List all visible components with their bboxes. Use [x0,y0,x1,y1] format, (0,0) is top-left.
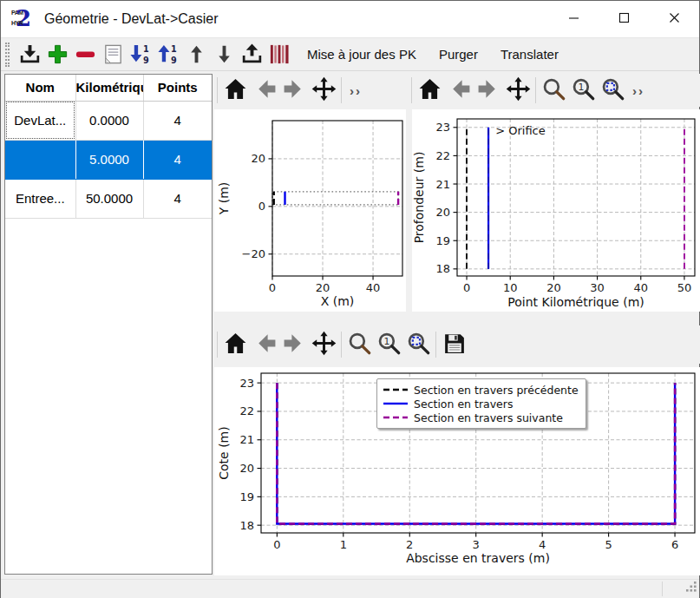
zoom-button[interactable] [344,331,374,358]
status-bar [1,579,699,598]
x-tick-label: 1 [340,538,347,551]
toolbar-separator [341,332,342,358]
y-tick-label: −20 [242,247,265,260]
y-tick-label: 22 [239,404,254,417]
x-tick-label: 20 [546,281,561,294]
table-row[interactable]: DevLat...0.00004 [5,101,212,140]
profile-chart: > Orifice01020304050181920212223Point Ki… [412,109,700,312]
table-cell[interactable] [5,140,75,179]
table-row[interactable]: 5.00004 [5,140,212,179]
table-cell[interactable]: 4 [143,101,212,140]
table-cell[interactable]: 4 [143,140,212,179]
save-button[interactable] [439,331,468,358]
pk-stripes-icon [268,43,291,66]
home-icon [417,76,442,104]
resize-grip-icon[interactable] [686,580,697,595]
pk-stripes-button[interactable] [266,42,292,68]
table-cell[interactable]: 0.0000 [75,101,143,140]
table-cell[interactable]: 5.0000 [75,140,143,179]
table-cell[interactable]: 50.0000 [75,179,143,218]
move-down-button[interactable] [211,42,237,68]
toolbar-separator [341,77,342,103]
close-button[interactable] [649,1,699,37]
pan-button[interactable] [309,331,338,358]
sort-ascending-button[interactable]: 19 [155,42,181,68]
x-tick-label: 3 [473,538,480,551]
forward-button[interactable] [474,76,503,104]
back-button[interactable] [444,76,474,104]
zoom-rect-icon [600,76,625,104]
sections-table: NomKilométriquePoints DevLat...0.000045.… [5,75,212,219]
pan-icon [311,76,337,104]
save-icon [442,331,467,358]
overflow-icon: ›› [627,83,650,98]
y-tick-label: 20 [251,152,265,165]
x-tick-label: 0 [269,281,276,294]
zoom-button[interactable] [539,76,568,104]
cross-section-chart: 0123456181920212223Abscisse en travers (… [214,367,700,575]
move-up-button[interactable] [183,42,209,68]
x-tick-label: 0 [463,281,470,294]
zoom-one-button[interactable]: 1 [568,76,598,104]
y-tick-label: 20 [435,206,450,219]
chart-legend: Section en travers précédenteSection en … [376,378,586,429]
pan-button[interactable] [309,76,338,104]
overflow-button[interactable]: ›› [627,76,650,104]
move-down-icon [213,43,236,66]
table-cell[interactable]: Entree... [5,179,75,218]
export-button[interactable] [239,42,265,68]
minimize-button[interactable] [548,1,599,37]
svg-text:9: 9 [170,56,176,65]
y-tick-label: 0 [258,200,265,213]
pan-button[interactable] [503,76,533,104]
notes-button[interactable] [100,42,126,68]
back-button[interactable] [250,331,279,358]
zoom-rect-button[interactable] [598,76,627,104]
column-header-kilometrique[interactable]: Kilométrique [75,75,143,101]
forward-button[interactable] [279,76,309,104]
cross-section-chart-toolbar: 1 [214,325,700,364]
window-controls [548,1,699,37]
main-toolbar: 1919 Mise à jour des PKPurgerTranslater [1,37,699,71]
table-cell[interactable]: 4 [143,179,212,218]
profile-chart-toolbar: 1›› [409,74,700,107]
back-button[interactable] [250,76,279,104]
toolbar-separator [435,332,436,358]
pan-icon [506,76,531,104]
column-header-points[interactable]: Points [143,75,212,101]
back-icon [447,76,472,104]
y-tick-label: 21 [435,178,450,191]
y-axis-label: Profondeur (m) [412,152,426,244]
table-row[interactable]: Entree...50.00004 [5,179,212,218]
home-button[interactable] [415,76,444,104]
sections-table-panel: NomKilométriquePoints DevLat...0.000045.… [4,74,213,575]
remove-button[interactable] [72,42,98,68]
maximize-button[interactable] [599,1,649,37]
legend-label: Section en travers [414,398,513,411]
table-cell[interactable]: DevLat... [5,101,75,140]
svg-text:1: 1 [578,82,584,93]
y-tick-label: 19 [435,234,450,247]
add-button[interactable] [44,42,70,68]
legend-entry: Section en travers [383,397,579,411]
zoom-one-button[interactable]: 1 [374,331,403,358]
x-axis-label: X (m) [321,294,355,308]
mise-a-jour-des-pk-button[interactable]: Mise à jour des PK [298,42,426,67]
y-tick-label: 18 [239,519,254,532]
title-bar: PAM 2 HYR Géometrie - DevLat->Casier [1,1,699,37]
back-icon [252,76,278,104]
legend-entry: Section en travers suivante [383,411,579,424]
x-tick-label: 40 [633,281,648,294]
translater-button[interactable]: Translater [491,42,568,67]
forward-button[interactable] [279,331,309,358]
home-button[interactable] [220,76,250,104]
sort-descending-button[interactable]: 19 [128,42,154,68]
zoom-icon [541,76,566,104]
overflow-button[interactable]: ›› [344,76,367,104]
toolbar-drag-handle[interactable] [5,43,10,67]
zoom-rect-button[interactable] [403,331,433,358]
home-button[interactable] [220,331,250,358]
purger-button[interactable]: Purger [429,42,487,67]
column-header-nom[interactable]: Nom [5,75,75,101]
import-button[interactable] [16,42,43,68]
